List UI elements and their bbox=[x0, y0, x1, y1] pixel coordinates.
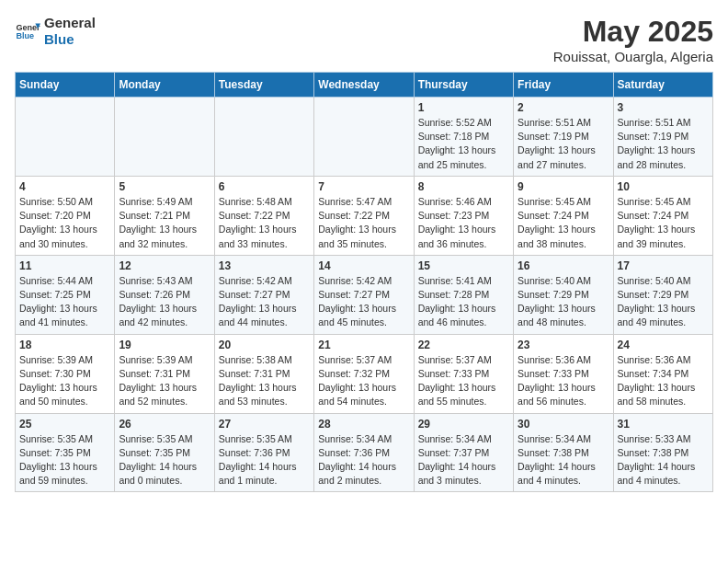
weekday-header-sunday: Sunday bbox=[16, 73, 115, 98]
day-number: 7 bbox=[318, 180, 409, 193]
calendar-cell: 4Sunrise: 5:50 AM Sunset: 7:20 PM Daylig… bbox=[16, 176, 115, 255]
calendar-cell bbox=[115, 98, 214, 177]
day-number: 12 bbox=[119, 259, 210, 272]
day-number: 8 bbox=[418, 180, 509, 193]
calendar-cell: 19Sunrise: 5:39 AM Sunset: 7:31 PM Dayli… bbox=[115, 334, 214, 413]
day-detail: Sunrise: 5:39 AM Sunset: 7:30 PM Dayligh… bbox=[19, 353, 110, 409]
calendar-cell: 10Sunrise: 5:45 AM Sunset: 7:24 PM Dayli… bbox=[613, 176, 712, 255]
day-detail: Sunrise: 5:46 AM Sunset: 7:23 PM Dayligh… bbox=[418, 195, 509, 251]
calendar-cell: 11Sunrise: 5:44 AM Sunset: 7:25 PM Dayli… bbox=[16, 255, 115, 334]
calendar-cell: 18Sunrise: 5:39 AM Sunset: 7:30 PM Dayli… bbox=[16, 334, 115, 413]
day-detail: Sunrise: 5:41 AM Sunset: 7:28 PM Dayligh… bbox=[418, 274, 509, 330]
day-detail: Sunrise: 5:36 AM Sunset: 7:33 PM Dayligh… bbox=[518, 353, 609, 409]
day-detail: Sunrise: 5:45 AM Sunset: 7:24 PM Dayligh… bbox=[618, 195, 709, 251]
day-number: 10 bbox=[618, 180, 709, 193]
day-number: 26 bbox=[119, 418, 210, 431]
day-detail: Sunrise: 5:40 AM Sunset: 7:29 PM Dayligh… bbox=[618, 274, 709, 330]
calendar-table: SundayMondayTuesdayWednesdayThursdayFrid… bbox=[15, 72, 713, 492]
day-detail: Sunrise: 5:34 AM Sunset: 7:37 PM Dayligh… bbox=[418, 432, 509, 488]
day-number: 4 bbox=[19, 180, 110, 193]
day-number: 22 bbox=[418, 339, 509, 351]
weekday-header-wednesday: Wednesday bbox=[314, 73, 414, 98]
day-number: 13 bbox=[219, 259, 310, 272]
calendar-week-4: 18Sunrise: 5:39 AM Sunset: 7:30 PM Dayli… bbox=[16, 334, 713, 413]
calendar-cell: 3Sunrise: 5:51 AM Sunset: 7:19 PM Daylig… bbox=[613, 98, 712, 177]
day-detail: Sunrise: 5:52 AM Sunset: 7:18 PM Dayligh… bbox=[418, 116, 509, 172]
logo-blue: Blue bbox=[44, 31, 96, 48]
calendar-cell: 8Sunrise: 5:46 AM Sunset: 7:23 PM Daylig… bbox=[414, 176, 513, 255]
location-subtitle: Rouissat, Ouargla, Algeria bbox=[553, 49, 713, 64]
weekday-header-friday: Friday bbox=[514, 73, 613, 98]
day-number: 30 bbox=[518, 418, 609, 431]
day-detail: Sunrise: 5:34 AM Sunset: 7:38 PM Dayligh… bbox=[518, 432, 609, 488]
calendar-cell: 2Sunrise: 5:51 AM Sunset: 7:19 PM Daylig… bbox=[514, 98, 613, 177]
day-number: 25 bbox=[19, 418, 110, 431]
day-detail: Sunrise: 5:48 AM Sunset: 7:22 PM Dayligh… bbox=[219, 195, 310, 251]
day-number: 24 bbox=[618, 339, 709, 351]
day-number: 6 bbox=[219, 180, 310, 193]
calendar-cell: 24Sunrise: 5:36 AM Sunset: 7:34 PM Dayli… bbox=[613, 334, 712, 413]
day-number: 20 bbox=[219, 339, 310, 351]
day-number: 27 bbox=[219, 418, 310, 431]
day-number: 15 bbox=[418, 259, 509, 272]
calendar-cell: 16Sunrise: 5:40 AM Sunset: 7:29 PM Dayli… bbox=[514, 255, 613, 334]
calendar-cell: 1Sunrise: 5:52 AM Sunset: 7:18 PM Daylig… bbox=[414, 98, 513, 177]
day-number: 31 bbox=[618, 418, 709, 431]
calendar-week-5: 25Sunrise: 5:35 AM Sunset: 7:35 PM Dayli… bbox=[16, 413, 713, 492]
calendar-week-3: 11Sunrise: 5:44 AM Sunset: 7:25 PM Dayli… bbox=[16, 255, 713, 334]
day-detail: Sunrise: 5:43 AM Sunset: 7:26 PM Dayligh… bbox=[119, 274, 210, 330]
calendar-cell: 26Sunrise: 5:35 AM Sunset: 7:35 PM Dayli… bbox=[115, 413, 214, 492]
calendar-cell: 9Sunrise: 5:45 AM Sunset: 7:24 PM Daylig… bbox=[514, 176, 613, 255]
calendar-week-1: 1Sunrise: 5:52 AM Sunset: 7:18 PM Daylig… bbox=[16, 98, 713, 177]
day-number: 1 bbox=[418, 101, 509, 114]
day-detail: Sunrise: 5:40 AM Sunset: 7:29 PM Dayligh… bbox=[518, 274, 609, 330]
calendar-cell: 28Sunrise: 5:34 AM Sunset: 7:36 PM Dayli… bbox=[314, 413, 414, 492]
day-detail: Sunrise: 5:45 AM Sunset: 7:24 PM Dayligh… bbox=[518, 195, 609, 251]
day-detail: Sunrise: 5:38 AM Sunset: 7:31 PM Dayligh… bbox=[219, 353, 310, 409]
day-detail: Sunrise: 5:35 AM Sunset: 7:35 PM Dayligh… bbox=[19, 432, 110, 488]
calendar-cell: 23Sunrise: 5:36 AM Sunset: 7:33 PM Dayli… bbox=[514, 334, 613, 413]
calendar-cell: 5Sunrise: 5:49 AM Sunset: 7:21 PM Daylig… bbox=[115, 176, 214, 255]
logo-icon: General Blue bbox=[15, 18, 40, 44]
month-title: May 2025 bbox=[553, 15, 713, 49]
weekday-header-thursday: Thursday bbox=[414, 73, 513, 98]
day-number: 28 bbox=[318, 418, 409, 431]
calendar-cell: 27Sunrise: 5:35 AM Sunset: 7:36 PM Dayli… bbox=[214, 413, 313, 492]
day-number: 19 bbox=[119, 339, 210, 351]
calendar-cell: 25Sunrise: 5:35 AM Sunset: 7:35 PM Dayli… bbox=[16, 413, 115, 492]
day-number: 2 bbox=[518, 101, 609, 114]
day-detail: Sunrise: 5:36 AM Sunset: 7:34 PM Dayligh… bbox=[618, 353, 709, 409]
day-number: 23 bbox=[518, 339, 609, 351]
calendar-cell: 20Sunrise: 5:38 AM Sunset: 7:31 PM Dayli… bbox=[214, 334, 313, 413]
day-number: 9 bbox=[518, 180, 609, 193]
svg-text:Blue: Blue bbox=[16, 31, 34, 40]
page-header: General Blue General Blue May 2025 Rouis… bbox=[15, 15, 713, 64]
day-number: 18 bbox=[19, 339, 110, 351]
day-detail: Sunrise: 5:51 AM Sunset: 7:19 PM Dayligh… bbox=[618, 116, 709, 172]
day-detail: Sunrise: 5:42 AM Sunset: 7:27 PM Dayligh… bbox=[219, 274, 310, 330]
calendar-cell bbox=[16, 98, 115, 177]
day-number: 14 bbox=[318, 259, 409, 272]
calendar-cell bbox=[214, 98, 313, 177]
day-number: 29 bbox=[418, 418, 509, 431]
weekday-header-monday: Monday bbox=[115, 73, 214, 98]
weekday-header-tuesday: Tuesday bbox=[214, 73, 313, 98]
weekday-header-row: SundayMondayTuesdayWednesdayThursdayFrid… bbox=[16, 73, 713, 98]
day-number: 3 bbox=[618, 101, 709, 114]
calendar-week-2: 4Sunrise: 5:50 AM Sunset: 7:20 PM Daylig… bbox=[16, 176, 713, 255]
day-detail: Sunrise: 5:39 AM Sunset: 7:31 PM Dayligh… bbox=[119, 353, 210, 409]
day-detail: Sunrise: 5:49 AM Sunset: 7:21 PM Dayligh… bbox=[119, 195, 210, 251]
day-number: 5 bbox=[119, 180, 210, 193]
calendar-cell: 7Sunrise: 5:47 AM Sunset: 7:22 PM Daylig… bbox=[314, 176, 414, 255]
calendar-cell: 29Sunrise: 5:34 AM Sunset: 7:37 PM Dayli… bbox=[414, 413, 513, 492]
calendar-cell: 6Sunrise: 5:48 AM Sunset: 7:22 PM Daylig… bbox=[214, 176, 313, 255]
calendar-cell: 17Sunrise: 5:40 AM Sunset: 7:29 PM Dayli… bbox=[613, 255, 712, 334]
day-detail: Sunrise: 5:34 AM Sunset: 7:36 PM Dayligh… bbox=[318, 432, 409, 488]
calendar-cell: 31Sunrise: 5:33 AM Sunset: 7:38 PM Dayli… bbox=[613, 413, 712, 492]
day-detail: Sunrise: 5:42 AM Sunset: 7:27 PM Dayligh… bbox=[318, 274, 409, 330]
day-detail: Sunrise: 5:44 AM Sunset: 7:25 PM Dayligh… bbox=[19, 274, 110, 330]
calendar-cell: 14Sunrise: 5:42 AM Sunset: 7:27 PM Dayli… bbox=[314, 255, 414, 334]
calendar-cell bbox=[314, 98, 414, 177]
day-number: 11 bbox=[19, 259, 110, 272]
day-detail: Sunrise: 5:47 AM Sunset: 7:22 PM Dayligh… bbox=[318, 195, 409, 251]
